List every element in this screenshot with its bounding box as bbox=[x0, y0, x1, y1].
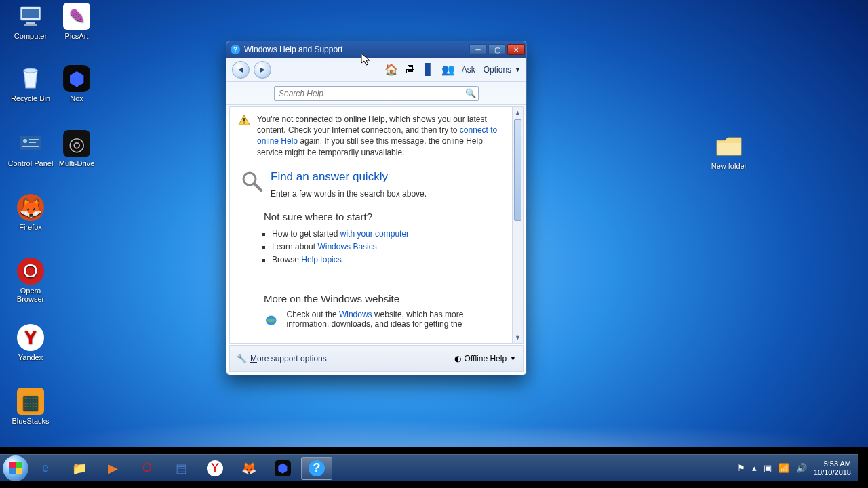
network-icon[interactable]: 📶 bbox=[778, 463, 789, 473]
search-button[interactable]: 🔍 bbox=[462, 87, 478, 100]
folder-icon bbox=[715, 133, 743, 160]
options-button[interactable]: Options ▼ bbox=[481, 65, 521, 75]
desktop-icon-firefox[interactable]: 🦊 Firefox bbox=[7, 194, 54, 231]
taskbar-notes[interactable]: ▤ bbox=[165, 457, 197, 480]
taskbar-firefox[interactable]: 🦊 bbox=[233, 457, 264, 480]
forward-button[interactable]: ► bbox=[254, 61, 271, 79]
icon-label: Control Panel bbox=[7, 159, 54, 167]
offline-help-button[interactable]: ◐ Offline Help ▼ bbox=[454, 354, 516, 363]
desktop-background[interactable]: Computer ✎ PicsArt Recycle Bin ⬢ Nox Con… bbox=[0, 0, 868, 447]
help-icon: ? bbox=[309, 460, 325, 476]
clock-time: 5:53 AM bbox=[814, 460, 851, 468]
search-field[interactable]: 🔍 bbox=[274, 86, 479, 101]
search-input[interactable] bbox=[275, 89, 462, 98]
options-label: Options bbox=[481, 65, 513, 75]
taskbar-media-player[interactable]: ▶ bbox=[98, 457, 129, 480]
home-icon[interactable]: 🏠 bbox=[384, 62, 399, 77]
taskbar[interactable]: e 📁 ▶ O ▤ Y 🦊 ⬢ ? ⚑ ▴ ▣ 📶 🔊 5:53 AM 10/1… bbox=[0, 454, 858, 481]
back-button[interactable]: ◄ bbox=[232, 61, 250, 79]
tray-icon[interactable]: ▣ bbox=[764, 463, 772, 473]
desktop-icon-multi-drive[interactable]: ◎ Multi-Drive bbox=[53, 130, 100, 167]
icon-label: Firefox bbox=[7, 223, 54, 231]
chevron-down-icon: ▼ bbox=[515, 66, 521, 73]
recycle-bin-icon bbox=[17, 65, 44, 92]
opera-icon: O bbox=[139, 460, 155, 476]
control-panel-icon bbox=[17, 130, 44, 157]
taskbar-help[interactable]: ? bbox=[301, 457, 332, 480]
content-area: You're not connected to online Help, whi… bbox=[229, 106, 524, 344]
help-topics-link[interactable]: Help topics bbox=[301, 255, 341, 264]
toolbar: ◄ ► 🏠 🖶 ▋ 👥 Ask Options ▼ bbox=[226, 58, 526, 82]
icon-label: PicsArt bbox=[53, 32, 100, 40]
warning-icon bbox=[238, 114, 250, 126]
nox-icon: ⬢ bbox=[275, 460, 291, 476]
multi-drive-icon: ◎ bbox=[63, 130, 90, 157]
desktop-icon-new-folder[interactable]: New folder bbox=[705, 133, 753, 170]
media-player-icon: ▶ bbox=[105, 460, 121, 476]
desktop-icon-control-panel[interactable]: Control Panel bbox=[7, 130, 54, 167]
svg-rect-12 bbox=[243, 118, 245, 121]
ask-icon[interactable]: 👥 bbox=[441, 62, 456, 77]
getting-started-link[interactable]: with your computer bbox=[340, 229, 409, 239]
firefox-icon: 🦊 bbox=[241, 460, 257, 476]
yandex-icon: Y bbox=[207, 460, 223, 476]
chevron-down-icon: ▼ bbox=[510, 355, 516, 362]
svg-rect-2 bbox=[22, 9, 39, 18]
folder-icon: 📁 bbox=[71, 460, 87, 476]
maximize-button[interactable]: ▢ bbox=[488, 44, 506, 55]
taskbar-yandex[interactable]: Y bbox=[199, 457, 231, 480]
volume-icon[interactable]: 🔊 bbox=[796, 463, 807, 473]
taskbar-opera[interactable]: O bbox=[132, 457, 163, 480]
computer-icon bbox=[17, 3, 44, 30]
svg-rect-13 bbox=[243, 123, 245, 124]
icon-label: Opera Browser bbox=[7, 287, 54, 303]
scroll-thumb[interactable] bbox=[514, 119, 521, 221]
close-button[interactable]: ✕ bbox=[507, 44, 525, 55]
ask-button[interactable]: Ask bbox=[460, 65, 477, 75]
svg-rect-3 bbox=[26, 22, 35, 24]
show-hidden-icons[interactable]: ▴ bbox=[752, 463, 757, 473]
windows-website-link[interactable]: Windows bbox=[339, 310, 372, 319]
desktop-icon-picsart[interactable]: ✎ PicsArt bbox=[53, 3, 100, 40]
desktop-icon-bluestacks[interactable]: ▦ BlueStacks bbox=[7, 388, 54, 425]
desktop-icon-computer[interactable]: Computer bbox=[7, 3, 54, 40]
icon-label: Recycle Bin bbox=[7, 94, 54, 102]
windows-basics-link[interactable]: Windows Basics bbox=[317, 242, 376, 251]
svg-rect-10 bbox=[22, 146, 39, 147]
icon-label: Computer bbox=[7, 32, 54, 40]
desktop-icon-yandex[interactable]: Y Yandex bbox=[7, 324, 54, 361]
desktop-icon-recycle-bin[interactable]: Recycle Bin bbox=[7, 65, 54, 102]
windows-logo-icon bbox=[9, 462, 22, 474]
desktop-icon-nox[interactable]: ⬢ Nox bbox=[53, 65, 100, 102]
start-button[interactable] bbox=[3, 455, 28, 481]
scrollbar[interactable]: ▲ ▼ bbox=[512, 107, 523, 343]
titlebar[interactable]: ? Windows Help and Support ─ ▢ ✕ bbox=[226, 41, 526, 58]
print-icon[interactable]: 🖶 bbox=[403, 62, 418, 77]
browse-help-icon[interactable]: ▋ bbox=[422, 62, 437, 77]
taskbar-ie[interactable]: e bbox=[30, 457, 61, 480]
icon-label: Nox bbox=[53, 94, 100, 102]
more-support-options[interactable]: 🔧 MMore support optionsore support optio… bbox=[237, 354, 327, 363]
action-center-icon[interactable]: ⚑ bbox=[737, 463, 745, 473]
notes-icon: ▤ bbox=[173, 460, 189, 476]
system-tray[interactable]: ⚑ ▴ ▣ 📶 🔊 5:53 AM 10/10/2018 bbox=[733, 460, 855, 476]
clock[interactable]: 5:53 AM 10/10/2018 bbox=[814, 460, 851, 476]
scroll-down-button[interactable]: ▼ bbox=[513, 332, 523, 343]
content-pane: You're not connected to online Help, whi… bbox=[230, 107, 512, 343]
opera-icon: O bbox=[17, 258, 44, 285]
minimize-button[interactable]: ─ bbox=[469, 44, 487, 55]
desktop-icon-opera[interactable]: O Opera Browser bbox=[7, 258, 54, 303]
warning-text: You're not connected to online Help, whi… bbox=[257, 114, 504, 158]
taskbar-nox[interactable]: ⬢ bbox=[267, 457, 298, 480]
search-bar: 🔍 bbox=[226, 82, 526, 105]
scroll-up-button[interactable]: ▲ bbox=[513, 107, 523, 118]
support-icon: 🔧 bbox=[237, 354, 247, 363]
offline-help-label: Offline Help bbox=[465, 354, 507, 363]
find-answer-sub: Enter a few words in the search box abov… bbox=[271, 189, 501, 199]
nox-icon: ⬢ bbox=[63, 65, 90, 92]
yandex-icon: Y bbox=[17, 324, 44, 351]
more-heading: More on the Windows website bbox=[264, 293, 498, 304]
icon-label: New folder bbox=[705, 162, 753, 170]
window-footer: 🔧 MMore support optionsore support optio… bbox=[229, 345, 524, 372]
taskbar-explorer[interactable]: 📁 bbox=[64, 457, 95, 480]
